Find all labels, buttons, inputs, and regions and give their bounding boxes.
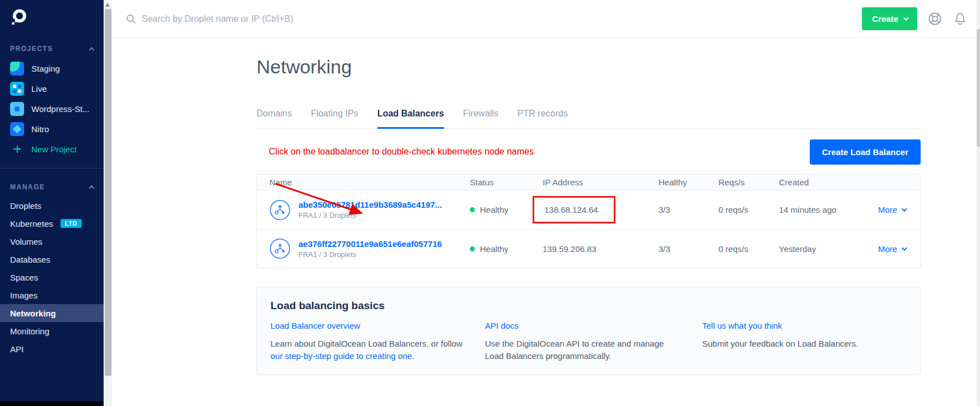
page-title: Networking [256,56,921,77]
ip-highlight-box: 138.68.124.64 [533,196,615,223]
create-button-label: Create [872,14,898,24]
sidebar-item-label: Monitoring [10,326,49,336]
sidebar-bottom-strip [0,402,104,406]
search-input[interactable] [142,14,377,24]
sidebar-scrollbar[interactable] [104,0,112,406]
tab-load-balancers[interactable]: Load Balancers [377,109,444,129]
lb-name-link[interactable]: ae376ff22770011e9a651e6eaf057716 [298,239,442,249]
load-balancing-basics-card: Load balancing basics Load Balancer over… [256,287,921,375]
basics-col-overview: Load Balancer overview Learn about Digit… [270,321,485,362]
load-balancer-overview-link[interactable]: Load Balancer overview [270,321,360,330]
main-content: Networking Domains Floating IPs Load Bal… [256,56,921,375]
scrollbar-up-arrow-icon[interactable] [105,3,110,7]
load-balancer-icon [269,238,291,259]
digitalocean-logo[interactable] [9,8,29,28]
sidebar-item-staging[interactable]: Staging [0,58,104,78]
page-scrollbar[interactable] [977,0,980,406]
column-header-reqs: Reqs/s [718,178,779,187]
chevron-up-icon [89,185,95,190]
basics-text: Learn about DigitalOcean Load Balancers,… [270,339,463,348]
lb-region-droplets: FRA1 / 3 Droplets [298,250,442,259]
sidebar-item-label: Databases [10,255,50,264]
projects-header-label: PROJECTS [10,45,53,53]
sidebar-item-label: Kubernetes [10,219,53,228]
lb-name-link[interactable]: abe350e05781d11e9b3689a5c4197... [298,200,442,209]
search-bar[interactable] [126,14,862,24]
column-header-name: Name [257,178,470,187]
ip-address: 138.68.124.64 [544,205,598,214]
more-menu-button[interactable]: More [878,244,920,254]
sidebar-item-images[interactable]: Images [0,286,104,304]
tab-ptr-records[interactable]: PTR records [517,109,568,128]
sidebar-item-label: API [10,344,24,354]
staging-project-icon [10,62,24,76]
chevron-up-icon [89,46,95,52]
column-header-ip: IP Address [543,178,659,187]
sidebar-item-volumes[interactable]: Volumes [0,232,104,250]
sidebar-item-api[interactable]: API [0,340,104,358]
create-load-balancer-button[interactable]: Create Load Balancer [810,139,921,165]
created-cell: 14 minutes ago [779,205,878,214]
sidebar: PROJECTS Staging Live Wordpress-St... Ni… [0,0,104,406]
new-project-button[interactable]: New Project [0,139,104,159]
tell-us-link[interactable]: Tell us what you think [702,321,782,330]
status-label: Healthy [480,244,508,254]
chevron-down-icon [902,245,907,251]
sidebar-item-label: Droplets [10,201,41,211]
reqs-cell: 0 reqs/s [718,244,779,254]
more-label: More [878,205,897,214]
sidebar-item-wordpress[interactable]: Wordpress-St... [0,99,104,119]
annotation-text: Click on the loadbalancer to double-chec… [256,147,534,157]
more-menu-button[interactable]: More [878,205,920,214]
manage-section-header[interactable]: MANAGE [10,183,94,191]
status-label: Healthy [480,205,508,214]
tab-domains[interactable]: Domains [256,109,292,128]
chevron-down-icon [902,206,907,212]
basics-grid: Load Balancer overview Learn about Digit… [270,321,907,362]
sidebar-item-kubernetes[interactable]: Kubernetes LTD [0,214,104,232]
tab-floating-ips[interactable]: Floating IPs [311,109,358,128]
table-row: abe350e05781d11e9b3689a5c4197... FRA1 / … [257,190,920,229]
projects-section-header[interactable]: PROJECTS [10,45,94,53]
table-header-row: Name Status IP Address Healthy Reqs/s Cr… [257,175,920,190]
basics-text: Use the DigitalOcean API to create and m… [485,339,664,361]
projects-list: Staging Live Wordpress-St... Nitro New P… [0,58,104,159]
ip-cell: 139.59.206.83 [543,244,659,254]
sidebar-item-databases[interactable]: Databases [0,250,104,268]
topbar: Create [112,0,977,38]
sidebar-item-spaces[interactable]: Spaces [0,268,104,286]
ltd-badge: LTD [60,219,82,228]
basics-col-api: API docs Use the DigitalOcean API to cre… [485,321,702,362]
help-icon[interactable] [927,11,942,26]
manage-header-label: MANAGE [10,183,45,191]
step-by-step-guide-link[interactable]: our step-by-step guide to creating one. [270,351,414,361]
sidebar-item-monitoring[interactable]: Monitoring [0,322,104,340]
column-header-created: Created [779,178,878,187]
sidebar-item-networking[interactable]: Networking [0,304,104,322]
column-header-healthy: Healthy [659,178,718,187]
tab-firewalls[interactable]: Firewalls [463,109,498,128]
sidebar-divider [0,168,104,169]
basics-text: Submit your feedback on Load Balancers. [702,339,858,348]
plus-icon [13,146,21,153]
sidebar-item-nitro[interactable]: Nitro [0,119,104,139]
bell-icon[interactable] [953,11,968,26]
basics-col-feedback: Tell us what you think Submit your feedb… [702,321,907,362]
page-scrollbar-thumb[interactable] [977,29,980,147]
load-balancer-table: Name Status IP Address Healthy Reqs/s Cr… [256,174,921,268]
wordpress-project-icon [10,102,24,116]
healthy-status-dot [470,246,475,251]
healthy-cell: 3/3 [659,244,718,254]
create-button[interactable]: Create [862,7,917,30]
sidebar-item-droplets[interactable]: Droplets [0,197,104,214]
toolbar: Click on the loadbalancer to double-chec… [256,139,921,165]
sidebar-item-live[interactable]: Live [0,78,104,99]
sidebar-item-label: Staging [31,64,60,73]
api-docs-link[interactable]: API docs [485,321,519,330]
table-row: ae376ff22770011e9a651e6eaf057716 FRA1 / … [257,229,920,268]
sidebar-item-label: Networking [10,309,56,318]
lb-name-cell: abe350e05781d11e9b3689a5c4197... FRA1 / … [257,199,470,221]
lb-name-cell: ae376ff22770011e9a651e6eaf057716 FRA1 / … [257,238,470,259]
sidebar-item-label: Images [10,291,38,300]
scrollbar-thumb[interactable] [105,9,111,376]
